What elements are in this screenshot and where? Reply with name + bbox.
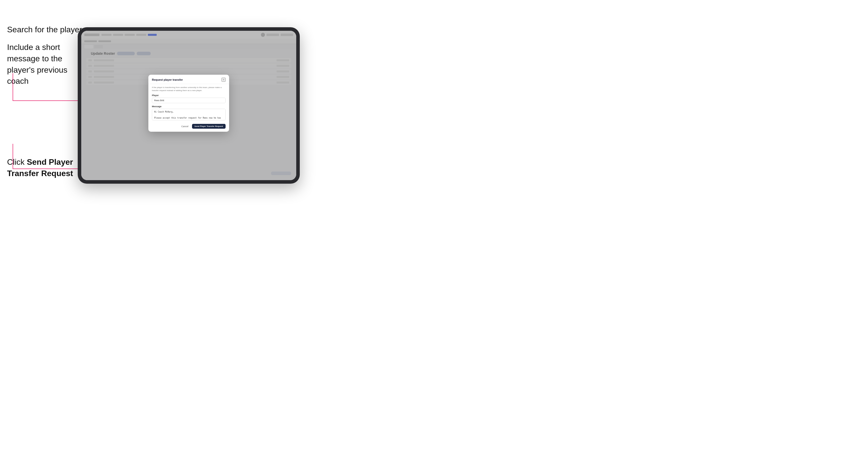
modal-body: If the player is transferring from anoth… xyxy=(148,84,229,132)
message-field-label: Message xyxy=(152,105,225,108)
modal-overlay: Request player transfer × If the player … xyxy=(81,31,296,180)
modal-header: Request player transfer × xyxy=(148,75,229,84)
player-field-label: Player xyxy=(152,94,225,97)
modal-footer: Cancel Send Player Transfer Request xyxy=(152,124,225,129)
annotation-message: Include a short message to the player's … xyxy=(7,42,75,87)
modal-description: If the player is transferring from anoth… xyxy=(152,86,225,92)
player-search-input[interactable] xyxy=(152,98,225,103)
annotation-click: Click Send Player Transfer Request xyxy=(7,156,75,179)
cancel-button[interactable]: Cancel xyxy=(179,124,190,128)
annotation-click-prefix: Click xyxy=(7,157,27,166)
annotation-search: Search for the player. xyxy=(7,24,84,35)
annotation-line-vertical-click xyxy=(12,144,13,169)
modal-close-button[interactable]: × xyxy=(221,78,225,82)
annotation-line-vertical-message xyxy=(12,73,13,101)
modal-title: Request player transfer xyxy=(152,78,183,81)
tablet-device: Update Roster xyxy=(78,27,300,184)
tablet-screen: Update Roster xyxy=(81,31,296,180)
message-textarea[interactable]: Hi Coach McHarg, Please accept this tran… xyxy=(152,109,225,120)
send-transfer-request-button[interactable]: Send Player Transfer Request xyxy=(192,124,225,129)
request-transfer-modal: Request player transfer × If the player … xyxy=(148,75,229,132)
